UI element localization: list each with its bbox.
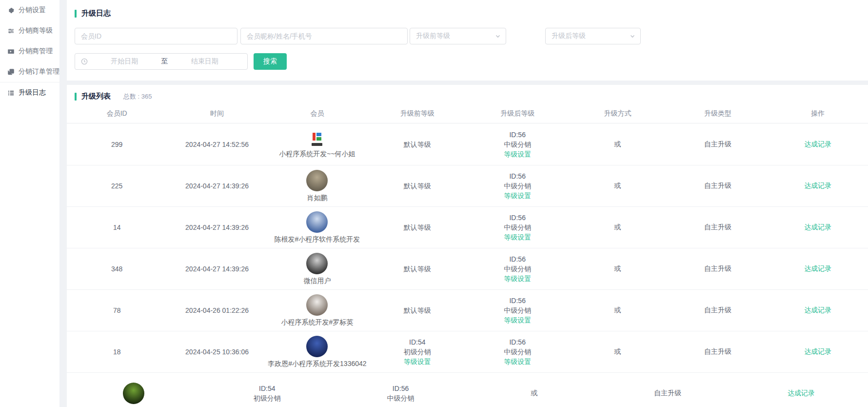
member-name: 微信用户 [303,276,331,285]
sidebar-item-distribution-orders[interactable]: 分销订单管理 [0,61,59,82]
list-icon [7,89,15,97]
table-row: 78 2024-04-26 01:22:26 小程序系统开发#罗标英 默认等级 … [67,289,868,331]
post-level-select[interactable]: 升级后等级 [545,28,641,44]
achieve-record-link[interactable]: 达成记录 [804,306,831,314]
member-cell: 肖如鹏 [267,170,367,202]
upgrade-table: 会员ID时间会员升级前等级升级后等级升级方式升级类型操作 299 2024-04… [67,104,868,407]
table-row: 299 2024-04-27 14:52:56 小程序系统开发~~何小姐 默认等… [67,123,868,165]
chevron-down-icon [630,33,635,39]
member-avatar [306,336,328,357]
sidebar: 分销设置 分销商等级 分销商管理 分销订单管理 升级日志 [0,0,59,407]
member-cell: 陈根发#小程序软件系统开发 [267,211,367,244]
total-count: 总数 : 365 [123,92,152,101]
post-level-name: 中级分销 [504,264,531,274]
member-id-cell: 18 [67,348,167,356]
post-level-setting-link[interactable]: 等级设置 [504,149,531,159]
pre-level-select[interactable]: 升级前等级 [410,28,506,44]
member-avatar [306,253,328,274]
upgrade-method-cell: 或 [568,306,668,315]
post-level-cell: ID:56 中级分销 [334,384,468,403]
post-level-setting-link[interactable]: 等级设置 [504,232,531,242]
pre-level-name: 初级分销 [254,393,281,403]
column-header: 升级后等级 [468,109,568,118]
achieve-record-link[interactable]: 达成记录 [788,389,815,397]
date-range-picker[interactable]: 开始日期 至 结束日期 [75,53,248,70]
sliders-icon [7,27,15,35]
member-avatar [123,383,144,404]
action-cell: 达成记录 [768,140,868,149]
sidebar-item-label: 分销商等级 [19,26,53,35]
filter-row-2: 开始日期 至 结束日期 搜索 [75,53,860,70]
post-level-setting-link[interactable]: 等级设置 [504,191,531,201]
post-level-cell: ID:56 中级分销 等级设置 [468,130,568,159]
post-level-id: ID:56 [509,337,525,347]
member-name-input[interactable] [240,28,408,44]
post-level-setting-link[interactable]: 等级设置 [504,315,531,325]
column-header: 操作 [768,109,868,118]
upgrade-type-cell: 自主升级 [668,140,768,149]
achieve-record-link[interactable]: 达成记录 [804,182,831,189]
action-cell: 达成记录 [734,389,868,398]
pre-level-cell: 默认等级 [367,140,467,149]
table-row: 14 2024-04-27 14:39:26 陈根发#小程序软件系统开发 默认等… [67,206,868,248]
time-cell: 2024-04-25 10:36:06 [167,348,267,356]
time-cell: 2024-04-27 14:39:26 [167,265,267,273]
post-level-name: 中级分销 [504,181,531,191]
upgrade-type-cell: 自主升级 [601,389,734,398]
post-level-cell: ID:56 中级分销 等级设置 [468,254,568,284]
pre-level-name: 默认等级 [404,140,431,149]
action-cell: 达成记录 [768,182,868,190]
column-header: 会员ID [67,109,167,118]
post-level-setting-link[interactable]: 等级设置 [504,357,531,366]
pre-level-name: 默认等级 [404,181,431,191]
table-row: 18 2024-04-25 10:36:06 李政恩#小程序系统开发133604… [67,331,868,372]
sidebar-item-distribution-settings[interactable]: 分销设置 [0,0,59,20]
post-level-name: 中级分销 [387,393,414,403]
pre-level-name: 默认等级 [404,223,431,232]
action-cell: 达成记录 [768,223,868,232]
table-row: 348 2024-04-27 14:39:26 微信用户 默认等级 ID:56 … [67,248,868,289]
post-level-cell: ID:56 中级分销 等级设置 [468,213,568,242]
member-id-cell: 14 [67,224,167,231]
post-level-id: ID:56 [509,130,525,140]
member-avatar [306,211,328,233]
sidebar-item-label: 分销订单管理 [19,67,59,76]
sidebar-item-distributor-levels[interactable]: 分销商等级 [0,20,59,41]
upgrade-method-cell: 或 [568,265,668,273]
member-cell: 小程序系统开发#罗标英 [267,294,367,326]
title-accent-bar [75,10,77,18]
end-date-placeholder: 结束日期 [168,57,242,66]
action-cell: 达成记录 [768,306,868,315]
search-button[interactable]: 搜索 [254,53,287,70]
member-avatar [309,131,325,147]
sidebar-item-distributor-management[interactable]: 分销商管理 [0,41,59,61]
achieve-record-link[interactable]: 达成记录 [804,347,831,355]
upgrade-type-cell: 自主升级 [668,306,768,315]
column-header: 会员 [267,109,367,118]
post-level-setting-link[interactable]: 等级设置 [504,274,531,284]
post-level-select-value: 升级后等级 [552,32,586,41]
sidebar-item-upgrade-log[interactable]: 升级日志 [0,82,59,103]
column-header: 升级方式 [568,109,668,118]
member-id-input[interactable] [75,28,237,44]
table-row: 225 2024-04-27 14:39:26 肖如鹏 默认等级 ID:56 中… [67,165,868,206]
pre-level-cell: 默认等级 [367,223,467,232]
table-row: ID:54 初级分销 ID:56 中级分销 或 自主升级 达成记录 [67,372,868,407]
achieve-record-link[interactable]: 达成记录 [804,265,831,272]
pre-level-setting-link[interactable]: 等级设置 [404,357,431,366]
achieve-record-link[interactable]: 达成记录 [804,223,831,231]
start-date-placeholder: 开始日期 [88,57,161,66]
upgrade-method-cell: 或 [568,223,668,232]
achieve-record-link[interactable]: 达成记录 [804,140,831,148]
upgrade-type-cell: 自主升级 [668,347,768,356]
sidebar-item-label: 分销设置 [19,6,46,15]
pre-level-id: ID:54 [259,384,275,393]
sidebar-item-label: 分销商管理 [19,47,53,56]
member-cell: 李政恩#小程序系统开发1336042 [267,336,367,368]
column-header: 升级类型 [668,109,768,118]
pre-level-name: 初级分销 [404,347,431,357]
upgrade-method-cell: 或 [568,347,668,356]
clock-icon [81,58,88,65]
post-level-id: ID:56 [509,254,525,264]
title-accent-bar [75,93,77,101]
